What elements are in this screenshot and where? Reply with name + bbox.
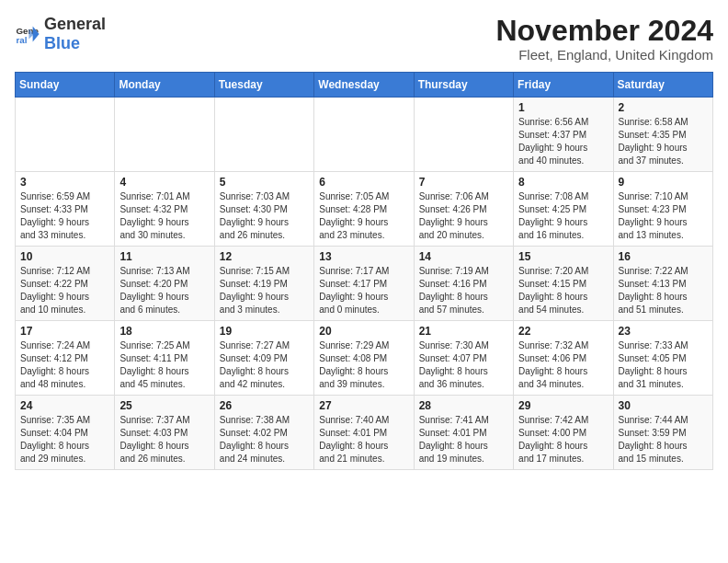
logo-text-line2: Blue	[44, 34, 106, 53]
day-number: 1	[518, 101, 608, 114]
day-number: 28	[419, 399, 508, 412]
calendar-cell: 3Sunrise: 6:59 AM Sunset: 4:33 PM Daylig…	[16, 172, 115, 247]
page-header: Gene ral General Blue November 2024 Flee…	[15, 15, 713, 63]
day-number: 14	[419, 250, 508, 263]
weekday-header-tuesday: Tuesday	[214, 73, 313, 98]
day-number: 12	[220, 250, 309, 263]
day-number: 17	[20, 325, 109, 338]
calendar-cell	[16, 98, 115, 172]
day-info: Sunrise: 7:22 AM Sunset: 4:13 PM Dayligh…	[619, 265, 708, 316]
weekday-header-friday: Friday	[514, 73, 613, 98]
day-number: 8	[518, 176, 608, 189]
day-number: 26	[220, 399, 309, 412]
day-info: Sunrise: 7:17 AM Sunset: 4:17 PM Dayligh…	[319, 265, 408, 316]
calendar-cell: 15Sunrise: 7:20 AM Sunset: 4:15 PM Dayli…	[514, 247, 613, 321]
day-number: 16	[619, 250, 708, 263]
day-info: Sunrise: 7:13 AM Sunset: 4:20 PM Dayligh…	[119, 265, 209, 316]
svg-text:ral: ral	[16, 35, 27, 45]
calendar-cell: 5Sunrise: 7:03 AM Sunset: 4:30 PM Daylig…	[214, 172, 313, 247]
day-info: Sunrise: 7:44 AM Sunset: 3:59 PM Dayligh…	[619, 414, 708, 465]
calendar-cell: 26Sunrise: 7:38 AM Sunset: 4:02 PM Dayli…	[214, 396, 313, 470]
day-number: 4	[119, 176, 209, 189]
day-info: Sunrise: 7:06 AM Sunset: 4:26 PM Dayligh…	[419, 190, 508, 242]
day-info: Sunrise: 7:37 AM Sunset: 4:03 PM Dayligh…	[119, 414, 209, 465]
day-number: 5	[220, 176, 309, 189]
calendar-cell: 29Sunrise: 7:42 AM Sunset: 4:00 PM Dayli…	[514, 396, 613, 470]
calendar-cell: 4Sunrise: 7:01 AM Sunset: 4:32 PM Daylig…	[115, 172, 214, 247]
day-info: Sunrise: 7:40 AM Sunset: 4:01 PM Dayligh…	[319, 414, 408, 465]
day-info: Sunrise: 7:20 AM Sunset: 4:15 PM Dayligh…	[518, 265, 608, 316]
day-info: Sunrise: 7:25 AM Sunset: 4:11 PM Dayligh…	[119, 339, 209, 391]
day-number: 24	[20, 399, 109, 412]
day-number: 22	[518, 325, 608, 338]
day-number: 3	[20, 176, 109, 189]
calendar-header: SundayMondayTuesdayWednesdayThursdayFrid…	[16, 73, 713, 98]
day-info: Sunrise: 7:05 AM Sunset: 4:28 PM Dayligh…	[319, 190, 408, 242]
day-info: Sunrise: 7:08 AM Sunset: 4:25 PM Dayligh…	[518, 190, 608, 242]
calendar-cell: 10Sunrise: 7:12 AM Sunset: 4:22 PM Dayli…	[16, 247, 115, 321]
calendar-cell: 24Sunrise: 7:35 AM Sunset: 4:04 PM Dayli…	[16, 396, 115, 470]
day-info: Sunrise: 7:33 AM Sunset: 4:05 PM Dayligh…	[619, 339, 708, 391]
calendar-cell: 30Sunrise: 7:44 AM Sunset: 3:59 PM Dayli…	[613, 396, 712, 470]
calendar-week-4: 17Sunrise: 7:24 AM Sunset: 4:12 PM Dayli…	[16, 321, 713, 396]
weekday-header-saturday: Saturday	[613, 73, 712, 98]
day-number: 20	[319, 325, 408, 338]
calendar-cell: 23Sunrise: 7:33 AM Sunset: 4:05 PM Dayli…	[613, 321, 712, 396]
calendar-week-2: 3Sunrise: 6:59 AM Sunset: 4:33 PM Daylig…	[16, 172, 713, 247]
day-info: Sunrise: 7:42 AM Sunset: 4:00 PM Dayligh…	[518, 414, 608, 465]
day-number: 10	[20, 250, 109, 263]
calendar-week-3: 10Sunrise: 7:12 AM Sunset: 4:22 PM Dayli…	[16, 247, 713, 321]
day-info: Sunrise: 7:03 AM Sunset: 4:30 PM Dayligh…	[220, 190, 309, 242]
calendar-cell	[115, 98, 214, 172]
calendar-cell: 12Sunrise: 7:15 AM Sunset: 4:19 PM Dayli…	[214, 247, 313, 321]
day-number: 27	[319, 399, 408, 412]
day-number: 25	[119, 399, 209, 412]
calendar-cell: 28Sunrise: 7:41 AM Sunset: 4:01 PM Dayli…	[414, 396, 513, 470]
calendar-cell: 16Sunrise: 7:22 AM Sunset: 4:13 PM Dayli…	[613, 247, 712, 321]
day-info: Sunrise: 7:29 AM Sunset: 4:08 PM Dayligh…	[319, 339, 408, 391]
calendar-cell: 19Sunrise: 7:27 AM Sunset: 4:09 PM Dayli…	[214, 321, 313, 396]
calendar-cell: 11Sunrise: 7:13 AM Sunset: 4:20 PM Dayli…	[115, 247, 214, 321]
page-subtitle: Fleet, England, United Kingdom	[495, 47, 713, 63]
day-info: Sunrise: 7:41 AM Sunset: 4:01 PM Dayligh…	[419, 414, 508, 465]
day-number: 2	[619, 101, 708, 114]
calendar-week-1: 1Sunrise: 6:56 AM Sunset: 4:37 PM Daylig…	[16, 98, 713, 172]
day-info: Sunrise: 7:38 AM Sunset: 4:02 PM Dayligh…	[220, 414, 309, 465]
day-info: Sunrise: 6:56 AM Sunset: 4:37 PM Dayligh…	[518, 116, 608, 167]
day-number: 21	[419, 325, 508, 338]
day-info: Sunrise: 7:10 AM Sunset: 4:23 PM Dayligh…	[619, 190, 708, 242]
calendar-cell: 6Sunrise: 7:05 AM Sunset: 4:28 PM Daylig…	[314, 172, 414, 247]
calendar-cell: 21Sunrise: 7:30 AM Sunset: 4:07 PM Dayli…	[414, 321, 513, 396]
day-number: 11	[119, 250, 209, 263]
day-info: Sunrise: 7:15 AM Sunset: 4:19 PM Dayligh…	[220, 265, 309, 316]
day-number: 15	[518, 250, 608, 263]
weekday-header-wednesday: Wednesday	[314, 73, 414, 98]
calendar-cell: 17Sunrise: 7:24 AM Sunset: 4:12 PM Dayli…	[16, 321, 115, 396]
calendar-cell: 9Sunrise: 7:10 AM Sunset: 4:23 PM Daylig…	[613, 172, 712, 247]
day-number: 9	[619, 176, 708, 189]
day-info: Sunrise: 7:24 AM Sunset: 4:12 PM Dayligh…	[20, 339, 109, 391]
calendar-cell: 20Sunrise: 7:29 AM Sunset: 4:08 PM Dayli…	[314, 321, 414, 396]
calendar-cell: 25Sunrise: 7:37 AM Sunset: 4:03 PM Dayli…	[115, 396, 214, 470]
day-info: Sunrise: 6:59 AM Sunset: 4:33 PM Dayligh…	[20, 190, 109, 242]
weekday-header-sunday: Sunday	[16, 73, 115, 98]
calendar-week-5: 24Sunrise: 7:35 AM Sunset: 4:04 PM Dayli…	[16, 396, 713, 470]
logo-icon: Gene ral	[15, 21, 40, 47]
day-number: 19	[220, 325, 309, 338]
day-number: 18	[119, 325, 209, 338]
day-number: 7	[419, 176, 508, 189]
day-info: Sunrise: 7:19 AM Sunset: 4:16 PM Dayligh…	[419, 265, 508, 316]
day-info: Sunrise: 7:12 AM Sunset: 4:22 PM Dayligh…	[20, 265, 109, 316]
day-info: Sunrise: 6:58 AM Sunset: 4:35 PM Dayligh…	[619, 116, 708, 167]
calendar-body: 1Sunrise: 6:56 AM Sunset: 4:37 PM Daylig…	[16, 98, 713, 470]
calendar-cell: 7Sunrise: 7:06 AM Sunset: 4:26 PM Daylig…	[414, 172, 513, 247]
logo-general: General	[44, 15, 106, 33]
weekday-header-row: SundayMondayTuesdayWednesdayThursdayFrid…	[16, 73, 713, 98]
calendar-cell	[314, 98, 414, 172]
day-number: 29	[518, 399, 608, 412]
calendar-cell: 1Sunrise: 6:56 AM Sunset: 4:37 PM Daylig…	[514, 98, 613, 172]
calendar-cell: 18Sunrise: 7:25 AM Sunset: 4:11 PM Dayli…	[115, 321, 214, 396]
day-number: 23	[619, 325, 708, 338]
calendar-cell: 2Sunrise: 6:58 AM Sunset: 4:35 PM Daylig…	[613, 98, 712, 172]
day-number: 30	[619, 399, 708, 412]
